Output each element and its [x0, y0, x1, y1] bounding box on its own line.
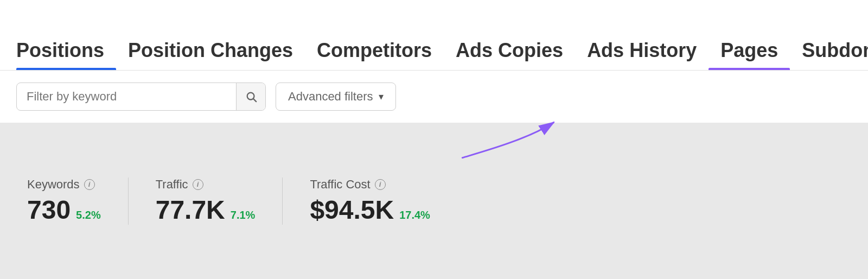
- tab-ads-history[interactable]: Ads History: [575, 41, 709, 70]
- tab-competitors[interactable]: Competitors: [305, 41, 444, 70]
- tab-bar: PositionsPosition ChangesCompetitorsAds …: [0, 0, 868, 71]
- stat-value-traffic: 77.7K: [156, 195, 225, 225]
- stat-traffic-cost: Traffic Costi$94.5K17.4%: [282, 177, 457, 225]
- search-container: [16, 83, 266, 111]
- filter-bar: Advanced filters ▾: [0, 71, 868, 123]
- tab-position-changes[interactable]: Position Changes: [116, 41, 305, 70]
- tab-pages[interactable]: Pages: [709, 41, 790, 70]
- info-icon: i: [375, 179, 386, 190]
- advanced-filters-button[interactable]: Advanced filters ▾: [276, 83, 396, 111]
- stat-value-row-keywords: 7305.2%: [27, 195, 101, 225]
- stat-change-traffic-cost: 17.4%: [399, 209, 430, 221]
- stat-traffic: Traffici77.7K7.1%: [128, 177, 283, 225]
- search-input[interactable]: [17, 83, 236, 110]
- stat-change-keywords: 5.2%: [76, 209, 101, 221]
- tab-ads-copies[interactable]: Ads Copies: [444, 41, 575, 70]
- stat-value-row-traffic-cost: $94.5K17.4%: [310, 195, 430, 225]
- stat-change-traffic: 7.1%: [231, 209, 256, 221]
- info-icon: i: [193, 179, 203, 190]
- stats-bar: Keywordsi7305.2%Traffici77.7K7.1%Traffic…: [0, 123, 868, 279]
- stat-label-text: Traffic Cost: [310, 177, 370, 192]
- advanced-filters-label: Advanced filters: [288, 90, 373, 104]
- stat-value-traffic-cost: $94.5K: [310, 195, 394, 225]
- stat-value-row-traffic: 77.7K7.1%: [156, 195, 256, 225]
- tab-subdomains[interactable]: Subdomains: [790, 41, 868, 70]
- chevron-down-icon: ▾: [379, 91, 384, 103]
- stat-label-text: Keywords: [27, 177, 80, 192]
- stat-label-traffic-cost: Traffic Costi: [310, 177, 430, 192]
- stat-keywords: Keywordsi7305.2%: [27, 177, 128, 225]
- stat-label-text: Traffic: [156, 177, 188, 192]
- search-icon: [245, 91, 257, 103]
- stat-value-keywords: 730: [27, 195, 71, 225]
- stat-label-traffic: Traffici: [156, 177, 256, 192]
- info-icon: i: [84, 179, 95, 190]
- page-wrapper: PositionsPosition ChangesCompetitorsAds …: [0, 0, 868, 279]
- tab-positions[interactable]: Positions: [16, 41, 116, 70]
- content-wrapper: Advanced filters ▾ Keywordsi7305.2%Traff…: [0, 71, 868, 279]
- stat-label-keywords: Keywordsi: [27, 177, 101, 192]
- search-button[interactable]: [236, 83, 265, 110]
- svg-line-1: [253, 99, 256, 102]
